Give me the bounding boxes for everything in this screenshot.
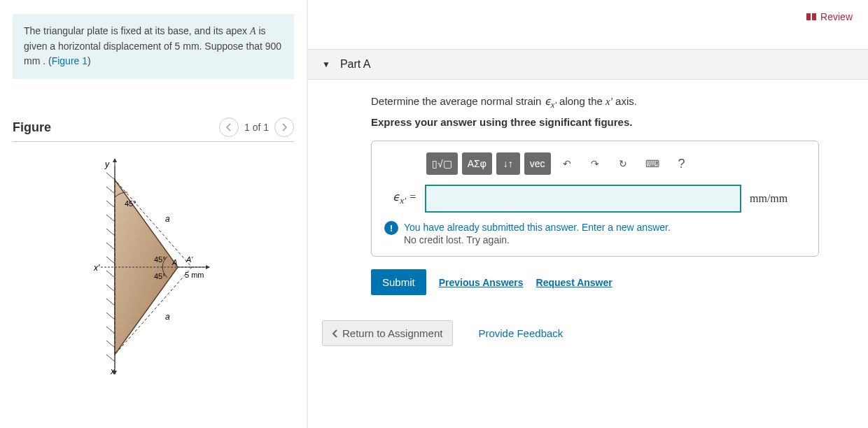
figure-heading: Figure — [13, 120, 51, 135]
svg-line-12 — [106, 327, 115, 334]
label-a1: a — [165, 214, 170, 224]
caret-down-icon: ▼ — [322, 59, 330, 69]
chevron-right-icon — [281, 123, 287, 131]
svg-line-5 — [106, 229, 115, 236]
svg-line-13 — [106, 341, 115, 348]
svg-line-11 — [106, 313, 115, 320]
label-45-mid2: 45° — [154, 272, 166, 280]
problem-prompt: The triangular plate is fixed at its bas… — [13, 14, 294, 79]
label-xprime: x′ — [94, 263, 100, 273]
label-A: A — [172, 258, 177, 266]
svg-line-10 — [106, 299, 115, 306]
label-y: y — [104, 159, 110, 169]
svg-line-8 — [106, 271, 115, 278]
svg-rect-22 — [812, 13, 816, 20]
subscript-button[interactable]: ↓↑ — [496, 152, 520, 175]
provide-feedback-link[interactable]: Provide Feedback — [478, 327, 563, 339]
answer-units: mm/mm — [750, 192, 806, 205]
figure-next-button[interactable] — [274, 117, 294, 137]
return-label: Return to Assignment — [342, 327, 442, 339]
label-Aprime: A′ — [186, 255, 193, 264]
review-link[interactable]: Review — [806, 11, 853, 22]
prompt-var-A: A — [250, 26, 256, 36]
part-title: Part A — [340, 58, 371, 71]
chevron-left-icon — [332, 329, 338, 338]
review-label: Review — [820, 11, 853, 22]
label-x: x — [110, 366, 115, 376]
previous-answers-link[interactable]: Previous Answers — [439, 277, 524, 288]
submit-button[interactable]: Submit — [371, 269, 426, 295]
prompt-text: ) — [88, 55, 91, 66]
label-a2: a — [165, 312, 170, 322]
help-button[interactable]: ? — [670, 152, 694, 175]
svg-rect-21 — [806, 13, 811, 20]
vector-button[interactable]: vec — [524, 152, 551, 175]
answer-lhs: ϵx′ = — [384, 190, 416, 206]
undo-button[interactable]: ↶ — [555, 152, 579, 175]
prompt-text: The triangular plate is fixed at its bas… — [24, 25, 250, 36]
answer-input[interactable] — [425, 185, 741, 213]
return-button[interactable]: Return to Assignment — [322, 320, 453, 346]
svg-line-4 — [106, 215, 115, 222]
chevron-left-icon — [226, 123, 232, 131]
label-45-mid1: 45° — [154, 255, 166, 264]
prompt-unit: mm — [183, 41, 199, 52]
svg-line-6 — [106, 243, 115, 250]
svg-line-3 — [106, 201, 115, 208]
redo-button[interactable]: ↷ — [583, 152, 607, 175]
book-icon — [806, 13, 816, 21]
svg-line-1 — [106, 173, 115, 180]
keyboard-button[interactable]: ⌨ — [639, 152, 666, 175]
prompt-text: . ( — [40, 55, 51, 66]
prompt-unit: mm — [24, 55, 40, 66]
figure-link[interactable]: Figure 1 — [52, 55, 88, 66]
feedback-text: You have already submitted this answer. … — [404, 221, 671, 246]
figure-pager-text: 1 of 1 — [244, 122, 269, 133]
label-disp: 5 mm — [185, 271, 204, 279]
instruction: Determine the average normal strain ϵx′ … — [371, 95, 819, 110]
answer-panel: ▯√▢ ΑΣφ ↓↑ vec ↶ ↷ ↻ ⌨ ? ϵx′ = mm/mm — [371, 141, 819, 257]
svg-line-2 — [106, 187, 115, 194]
templates-button[interactable]: ▯√▢ — [426, 152, 458, 175]
info-icon: ! — [384, 221, 398, 235]
svg-line-7 — [106, 257, 115, 264]
figure-prev-button[interactable] — [219, 117, 239, 137]
prompt-text: . Suppose that 900 — [200, 41, 282, 52]
svg-line-9 — [106, 285, 115, 292]
instruction-bold: Express your answer using three signific… — [371, 116, 819, 128]
part-header[interactable]: ▼ Part A — [308, 49, 868, 80]
greek-button[interactable]: ΑΣφ — [462, 152, 492, 175]
request-answer-link[interactable]: Request Answer — [536, 277, 612, 288]
reset-button[interactable]: ↻ — [611, 152, 635, 175]
svg-line-14 — [106, 355, 115, 362]
figure-diagram: y x′ x 45° 45° 45° a a A A′ 5 mm — [13, 159, 294, 376]
label-45-top: 45° — [125, 199, 136, 208]
